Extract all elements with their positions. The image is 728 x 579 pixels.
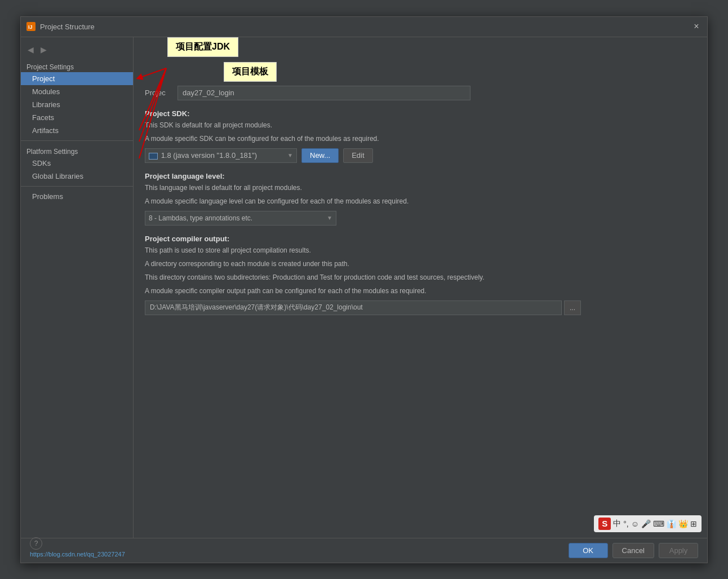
lang-desc-1: This language level is default for all p… <box>145 183 696 193</box>
compiler-desc-2: A directory corresponding to each module… <box>145 259 696 269</box>
close-button[interactable]: × <box>691 21 702 32</box>
sdk-row: 1.8 (java version "1.8.0_181") ▼ New... … <box>145 148 696 163</box>
ime-dot: °, <box>623 519 629 528</box>
content-area: 项目配置JDK 项目模板 <box>134 37 707 538</box>
project-name-row: Projec <box>145 86 696 100</box>
sdk-new-button[interactable]: New... <box>301 148 339 163</box>
sdk-dropdown[interactable]: 1.8 (java version "1.8.0_181") ▼ <box>145 148 297 163</box>
compiler-section-title: Project compiler output: <box>145 235 696 243</box>
sidebar-item-artifacts[interactable]: Artifacts <box>21 124 133 137</box>
annotation-box-jdk: 项目配置JDK <box>167 37 238 57</box>
sidebar-item-facets[interactable]: Facets <box>21 111 133 124</box>
cancel-button[interactable]: Cancel <box>612 543 654 558</box>
sidebar: ◀ ▶ Project Settings Project Modules Lib… <box>21 37 134 538</box>
sdk-edit-button[interactable]: Edit <box>343 148 372 163</box>
svg-text:IJ: IJ <box>28 24 33 30</box>
compiler-output-row: ... <box>145 300 696 315</box>
back-button[interactable]: ◀ <box>25 44 36 55</box>
ime-emoji: ☺ <box>631 519 639 528</box>
project-structure-dialog: IJ Project Structure × ◀ ▶ Project Setti… <box>20 16 708 563</box>
sidebar-item-project[interactable]: Project <box>21 72 133 85</box>
lang-desc-2: A module specific language level can be … <box>145 196 696 206</box>
compiler-path-input[interactable] <box>145 300 562 315</box>
svg-line-4 <box>139 68 166 142</box>
ime-s-icon: S <box>598 518 611 530</box>
project-name-label: Projec <box>145 89 173 97</box>
sdk-desc-1: This SDK is default for all project modu… <box>145 120 696 130</box>
lang-dropdown[interactable]: 8 - Lambdas, type annotations etc. ▼ <box>145 211 336 226</box>
ime-bar: S 中 °, ☺ 🎤 ⌨ 👔 👑 ⊞ <box>594 515 702 532</box>
sidebar-item-modules[interactable]: Modules <box>21 85 133 98</box>
footer-link: ? https://blog.csdn.net/qq_23027247 <box>30 537 125 558</box>
annotation-box-template: 项目模板 <box>224 62 277 82</box>
sdk-dropdown-arrow: ▼ <box>287 152 293 158</box>
svg-line-2 <box>139 68 166 78</box>
ok-button[interactable]: OK <box>569 543 608 558</box>
title-bar: IJ Project Structure × <box>21 17 707 37</box>
footer: ? https://blog.csdn.net/qq_23027247 OK C… <box>21 538 707 563</box>
main-content: ◀ ▶ Project Settings Project Modules Lib… <box>21 37 707 538</box>
sidebar-item-global-libraries[interactable]: Global Libraries <box>21 170 133 183</box>
compiler-browse-button[interactable]: ... <box>564 300 581 315</box>
compiler-desc-1: This path is used to store all project c… <box>145 245 696 255</box>
ime-shirt: 👔 <box>667 519 676 528</box>
ime-keyboard: ⌨ <box>653 519 664 528</box>
sidebar-divider-1 <box>21 140 133 141</box>
apply-button[interactable]: Apply <box>659 543 698 558</box>
app-icon: IJ <box>26 22 35 31</box>
footer-url[interactable]: https://blog.csdn.net/qq_23027247 <box>30 551 125 558</box>
ime-grid: ⊞ <box>690 519 697 528</box>
platform-settings-label: Platform Settings <box>21 144 133 157</box>
sdk-desc-2: A module specific SDK can be configured … <box>145 134 696 144</box>
lang-level-row: 8 - Lambdas, type annotations etc. ▼ <box>145 211 696 226</box>
dialog-title: Project Structure <box>40 23 95 31</box>
ime-mic: 🎤 <box>641 519 651 528</box>
lang-dropdown-arrow: ▼ <box>327 215 332 221</box>
title-bar-left: IJ Project Structure <box>26 22 95 31</box>
compiler-desc-3: This directory contains two subdirectori… <box>145 272 696 282</box>
project-settings-label: Project Settings <box>21 60 133 72</box>
sidebar-item-problems[interactable]: Problems <box>21 190 133 203</box>
ime-chinese: 中 <box>613 519 621 529</box>
sidebar-item-libraries[interactable]: Libraries <box>21 98 133 111</box>
nav-top: ◀ ▶ <box>21 42 133 58</box>
monitor-icon <box>149 153 158 160</box>
sdk-section-title: Project SDK: <box>145 109 696 118</box>
sidebar-divider-2 <box>21 186 133 187</box>
sidebar-item-sdks[interactable]: SDKs <box>21 157 133 170</box>
project-name-input[interactable] <box>177 86 470 100</box>
forward-button[interactable]: ▶ <box>38 44 49 55</box>
lang-section-title: Project language level: <box>145 172 696 180</box>
ime-crown: 👑 <box>678 519 688 528</box>
help-button[interactable]: ? <box>30 537 42 550</box>
compiler-desc-4: A module specific compiler output path c… <box>145 286 696 296</box>
